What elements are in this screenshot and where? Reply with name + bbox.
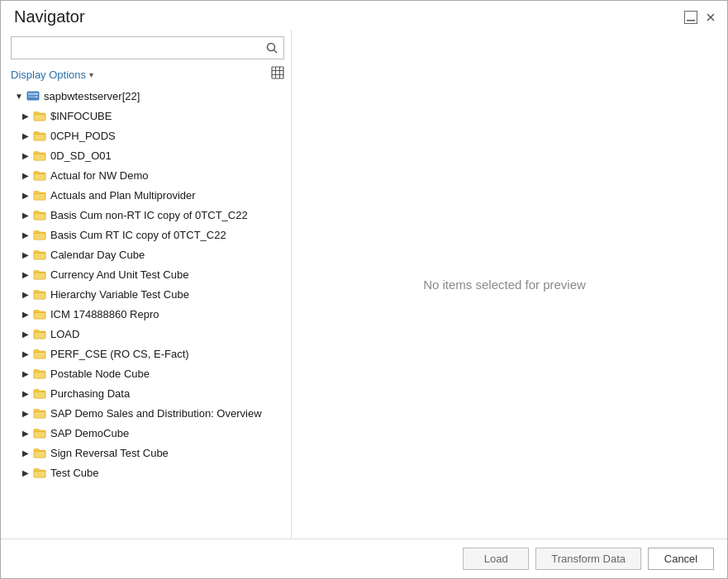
load-button[interactable]: Load bbox=[463, 548, 529, 570]
server-label: sapbwtestserver[22] bbox=[44, 90, 140, 102]
child-expand-arrow[interactable]: ▶ bbox=[19, 448, 32, 458]
child-item-label: Hierarchy Variable Test Cube bbox=[50, 288, 189, 301]
server-item[interactable]: ▼ sapbwtestserver[22] bbox=[11, 86, 291, 106]
folder-icon bbox=[32, 306, 47, 321]
tree-child-item[interactable]: ▶ Basis Cum RT IC copy of 0TCT_C22 bbox=[11, 225, 291, 244]
child-item-label: Postable Node Cube bbox=[50, 368, 150, 380]
window-title: Navigator bbox=[14, 7, 684, 26]
child-item-label: Basis Cum non-RT IC copy of 0TCT_C22 bbox=[50, 209, 248, 221]
display-options-row: Display Options ▾ bbox=[11, 63, 284, 86]
child-expand-arrow[interactable]: ▶ bbox=[19, 191, 32, 200]
folder-icon bbox=[32, 128, 47, 143]
close-button[interactable] bbox=[704, 11, 717, 24]
preview-empty-label: No items selected for preview bbox=[423, 278, 586, 292]
child-expand-arrow[interactable]: ▶ bbox=[19, 211, 32, 220]
title-controls bbox=[684, 11, 717, 24]
folder-icon bbox=[32, 187, 47, 202]
child-item-label: $INFOCUBE bbox=[50, 110, 112, 122]
right-panel: No items selected for preview bbox=[292, 30, 717, 539]
title-bar: Navigator bbox=[1, 1, 727, 30]
child-expand-arrow[interactable]: ▶ bbox=[19, 409, 32, 418]
search-bar bbox=[11, 36, 284, 59]
child-item-label: ICM 174888860 Repro bbox=[50, 308, 159, 320]
child-expand-arrow[interactable]: ▶ bbox=[19, 290, 32, 299]
tree-child-item[interactable]: ▶ Purchasing Data bbox=[11, 383, 291, 403]
folder-icon bbox=[32, 465, 47, 480]
folder-icon bbox=[32, 247, 47, 262]
child-item-label: 0CPH_PODS bbox=[50, 130, 116, 142]
folder-icon bbox=[32, 168, 47, 183]
child-item-label: Purchasing Data bbox=[50, 387, 130, 400]
svg-point-3 bbox=[268, 44, 275, 51]
child-expand-arrow[interactable]: ▶ bbox=[19, 230, 32, 240]
child-item-label: Basis Cum RT IC copy of 0TCT_C22 bbox=[50, 229, 226, 241]
child-expand-arrow[interactable]: ▶ bbox=[19, 330, 32, 339]
server-icon bbox=[26, 88, 40, 103]
tree-child-item[interactable]: ▶ 0CPH_PODS bbox=[11, 126, 291, 145]
child-expand-arrow[interactable]: ▶ bbox=[19, 151, 32, 160]
server-node[interactable]: ▼ sapbwtestserver[22] bbox=[11, 86, 291, 482]
tree-child-item[interactable]: ▶ PERF_CSE (RO CS, E-Fact) bbox=[11, 344, 291, 363]
tree-child-item[interactable]: ▶ $INFOCUBE bbox=[11, 106, 291, 126]
child-expand-arrow[interactable]: ▶ bbox=[19, 369, 32, 378]
folder-icon bbox=[32, 227, 47, 242]
tree-child-item[interactable]: ▶ Basis Cum non-RT IC copy of 0TCT_C22 bbox=[11, 205, 291, 225]
tree-child-item[interactable]: ▶ Hierarchy Variable Test Cube bbox=[11, 284, 291, 304]
tree-root: ▼ sapbwtestserver[22] bbox=[11, 86, 291, 482]
tree-child-item[interactable]: ▶ 0D_SD_O01 bbox=[11, 145, 291, 165]
child-expand-arrow[interactable]: ▶ bbox=[19, 429, 32, 438]
folder-icon bbox=[32, 207, 47, 222]
child-expand-arrow[interactable]: ▶ bbox=[19, 310, 32, 319]
footer: Load Transform Data Cancel bbox=[1, 539, 727, 578]
tree-child-item[interactable]: ▶ SAP Demo Sales and Distribution: Overv… bbox=[11, 403, 291, 423]
child-item-label: Calendar Day Cube bbox=[50, 249, 145, 261]
display-options-button[interactable]: Display Options ▾ bbox=[11, 69, 93, 81]
svg-rect-0 bbox=[687, 20, 695, 21]
tree-child-item[interactable]: ▶ Currency And Unit Test Cube bbox=[11, 264, 291, 284]
tree-child-item[interactable]: ▶ Sign Reversal Test Cube bbox=[11, 443, 291, 463]
folder-icon bbox=[32, 406, 47, 420]
table-view-button[interactable] bbox=[271, 66, 284, 83]
folder-icon bbox=[32, 267, 47, 282]
search-input[interactable] bbox=[12, 40, 260, 56]
child-expand-arrow[interactable]: ▶ bbox=[19, 131, 32, 140]
folder-icon bbox=[32, 346, 47, 361]
svg-rect-5 bbox=[272, 67, 283, 78]
content-area: Display Options ▾ bbox=[1, 30, 727, 539]
tree-child-item[interactable]: ▶ SAP DemoCube bbox=[11, 423, 291, 443]
folder-icon bbox=[32, 445, 47, 460]
folder-icon bbox=[32, 108, 47, 123]
folder-icon bbox=[32, 326, 47, 341]
child-expand-arrow[interactable]: ▶ bbox=[19, 112, 32, 121]
child-expand-arrow[interactable]: ▶ bbox=[19, 250, 32, 259]
tree-child-item[interactable]: ▶ ICM 174888860 Repro bbox=[11, 304, 291, 324]
left-panel: Display Options ▾ bbox=[11, 30, 292, 539]
svg-point-15 bbox=[36, 97, 37, 98]
tree-child-item[interactable]: ▶ Test Cube bbox=[11, 463, 291, 482]
tree-child-item[interactable]: ▶ Actual for NW Demo bbox=[11, 165, 291, 185]
search-button[interactable] bbox=[260, 37, 283, 59]
child-item-label: Actual for NW Demo bbox=[50, 169, 148, 182]
minimize-button[interactable] bbox=[684, 11, 697, 24]
svg-line-4 bbox=[274, 50, 278, 54]
tree-child-item[interactable]: ▶ Actuals and Plan Multiprovider bbox=[11, 185, 291, 205]
tree-child-item[interactable]: ▶ Postable Node Cube bbox=[11, 363, 291, 383]
child-expand-arrow[interactable]: ▶ bbox=[19, 171, 32, 180]
child-item-label: Actuals and Plan Multiprovider bbox=[50, 189, 196, 202]
child-expand-arrow[interactable]: ▶ bbox=[19, 468, 32, 477]
server-expand-arrow[interactable]: ▼ bbox=[12, 92, 26, 101]
transform-data-button[interactable]: Transform Data bbox=[535, 548, 641, 570]
folder-icon bbox=[32, 386, 47, 401]
child-expand-arrow[interactable]: ▶ bbox=[19, 349, 32, 358]
display-options-arrow: ▾ bbox=[89, 70, 93, 79]
child-item-label: SAP DemoCube bbox=[50, 427, 129, 439]
cancel-button[interactable]: Cancel bbox=[648, 548, 714, 570]
child-item-label: LOAD bbox=[50, 328, 79, 340]
tree-children: ▶ $INFOCUBE▶ 0CPH_PODS▶ 0D_SD_O01▶ Actua… bbox=[11, 106, 291, 482]
child-item-label: PERF_CSE (RO CS, E-Fact) bbox=[50, 348, 189, 360]
child-expand-arrow[interactable]: ▶ bbox=[19, 270, 32, 279]
tree-child-item[interactable]: ▶ Calendar Day Cube bbox=[11, 244, 291, 264]
tree-child-item[interactable]: ▶ LOAD bbox=[11, 324, 291, 344]
tree-container[interactable]: ▼ sapbwtestserver[22] bbox=[11, 86, 291, 539]
child-expand-arrow[interactable]: ▶ bbox=[19, 389, 32, 398]
